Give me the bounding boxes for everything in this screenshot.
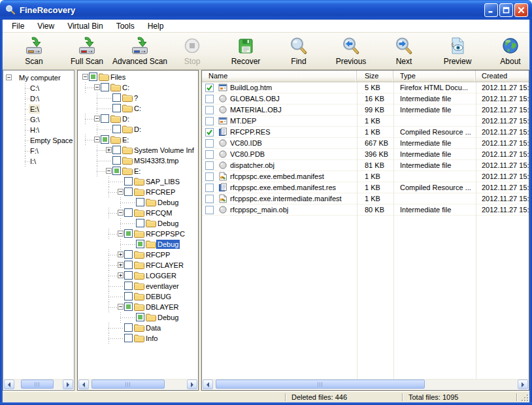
collapse-toggle[interactable]: − — [94, 137, 100, 142]
folder-checkbox[interactable] — [124, 187, 133, 196]
tree-item-label[interactable]: RFCPP — [144, 250, 171, 259]
tree-item-e[interactable]: − E: — [78, 166, 198, 176]
folder-checkbox[interactable] — [136, 313, 144, 321]
tree-item-rfcqm[interactable]: − RFCQM — [78, 208, 198, 218]
file-checkbox[interactable] — [205, 206, 214, 214]
file-checkbox[interactable] — [205, 195, 214, 203]
folder-checkbox[interactable] — [112, 156, 121, 165]
folder-checkbox[interactable] — [124, 271, 133, 280]
tree-item-label[interactable]: RFCQM — [144, 208, 173, 218]
expand-toggle[interactable]: + — [106, 147, 112, 153]
collapse-toggle[interactable]: − — [118, 210, 124, 216]
column-header-name[interactable]: Name — [202, 71, 357, 82]
folder-checkbox[interactable] — [112, 125, 121, 133]
tree-item-label[interactable]: RFCPPSPC — [144, 229, 186, 238]
tree-item-d[interactable]: − D: — [78, 114, 198, 124]
tree-item-label[interactable]: DBLAYER — [144, 302, 180, 312]
preview-button[interactable]: Preview — [429, 35, 486, 68]
file-checkbox[interactable] — [205, 84, 214, 92]
tree-item-label[interactable]: RFCREP — [144, 187, 176, 197]
scrollbar-track[interactable] — [213, 380, 518, 389]
table-row[interactable]: dispatcher.obj 81 KB Intermediate file 2… — [202, 160, 529, 171]
collapse-toggle[interactable]: − — [94, 84, 100, 90]
tree-item-msi433f3-tmp[interactable]: MSI433f3.tmp — [78, 155, 198, 166]
column-header-created[interactable]: Created — [476, 71, 529, 82]
tree-item-h[interactable]: H:\ — [3, 125, 74, 135]
scrollbar-thumb[interactable] — [21, 380, 54, 389]
horizontal-scrollbar[interactable] — [4, 379, 73, 389]
collapse-toggle[interactable]: − — [82, 74, 88, 80]
scroll-left-arrow[interactable] — [78, 380, 89, 389]
table-row[interactable]: VC80.PDB 396 KB Intermediate file 2012.1… — [202, 149, 529, 160]
folder-checkbox[interactable] — [136, 240, 144, 248]
folder-checkbox[interactable] — [124, 177, 133, 186]
tree-item-debug[interactable]: Debug — [78, 218, 198, 229]
horizontal-scrollbar[interactable] — [203, 379, 528, 389]
folder-checkbox[interactable] — [101, 83, 109, 91]
tree-item-label[interactable]: C:\ — [29, 84, 41, 93]
folder-checkbox[interactable] — [101, 114, 109, 123]
file-checkbox[interactable] — [205, 106, 214, 114]
table-row[interactable]: MT.DEP 1 KB 2012.11.27 15: — [202, 116, 529, 127]
tree-item-label[interactable]: Data — [144, 323, 162, 332]
close-button[interactable] — [514, 3, 528, 17]
tree-item-label[interactable]: Debug — [156, 198, 180, 207]
tree-item-label[interactable]: E: — [133, 167, 142, 176]
tree-item-c[interactable]: − C: — [78, 82, 198, 93]
minimize-button[interactable] — [484, 3, 498, 17]
tree-item-label[interactable]: Empty Space — [29, 136, 74, 145]
tree-item-debug[interactable]: Debug — [78, 239, 198, 250]
tree-item-label[interactable]: Info — [144, 334, 159, 343]
table-row[interactable]: BuildLog.htm 5 KB Firefox HTML Docu... 2… — [202, 82, 529, 93]
tree-item-rfcppspc[interactable]: − RFCPPSPC — [78, 229, 198, 239]
folder-checkbox[interactable] — [124, 323, 133, 332]
table-row[interactable]: VC80.IDB 667 KB Intermediate file 2012.1… — [202, 138, 529, 149]
tree-item-my-computer[interactable]: − My computer — [3, 73, 74, 83]
tree-item-label[interactable]: MSI433f3.tmp — [133, 156, 180, 165]
scrollbar-thumb[interactable] — [91, 380, 165, 389]
tree-item-item[interactable]: ? — [78, 93, 198, 103]
column-header-type[interactable]: Type — [393, 71, 476, 82]
tree-item-eventlayer[interactable]: eventlayer — [78, 281, 198, 291]
tree-item-files[interactable]: − Files — [78, 72, 198, 82]
collapse-toggle[interactable]: − — [94, 116, 100, 122]
folder-checkbox[interactable] — [136, 198, 144, 206]
folder-checkbox[interactable] — [101, 135, 109, 144]
tree-item-label[interactable]: SAP_LIBS — [144, 177, 181, 186]
tree-item-i[interactable]: I:\ — [3, 156, 74, 167]
tree-item-label[interactable]: eventlayer — [144, 282, 180, 291]
menu-item-help[interactable]: Help — [141, 20, 171, 32]
tree-item-rfcrep[interactable]: − RFCREP — [78, 187, 198, 197]
expand-toggle[interactable]: + — [118, 262, 124, 268]
tree-item-label[interactable]: C: — [121, 83, 131, 92]
tree-item-label[interactable]: G:\ — [29, 115, 41, 124]
folder-checkbox[interactable] — [124, 208, 133, 217]
tree-item-e[interactable]: − E: — [78, 135, 198, 145]
tree-item-empty-space[interactable]: Empty Space — [3, 135, 74, 146]
folder-checkbox[interactable] — [124, 250, 133, 259]
folder-checkbox[interactable] — [124, 292, 133, 300]
horizontal-scrollbar[interactable] — [78, 379, 197, 389]
tree-item-debug[interactable]: DEBUG — [78, 291, 198, 302]
next-button[interactable]: Next — [376, 35, 432, 68]
expand-toggle[interactable]: + — [118, 272, 124, 278]
file-checkbox[interactable] — [205, 95, 214, 103]
table-row[interactable]: rfcppspc.exe.embed.manifest 1 KB 2012.11… — [202, 171, 529, 182]
tree-item-c[interactable]: C: — [78, 103, 198, 114]
file-checkbox[interactable] — [205, 161, 214, 170]
tree-item-logger[interactable]: + LOGGER — [78, 270, 198, 281]
folder-checkbox[interactable] — [124, 282, 133, 290]
tree-item-d[interactable]: D: — [78, 124, 198, 135]
column-header-size[interactable]: Size — [357, 71, 393, 82]
folder-checkbox[interactable] — [112, 167, 121, 175]
folder-checkbox[interactable] — [136, 219, 144, 227]
collapse-toggle[interactable]: − — [6, 74, 12, 80]
tree-item-e[interactable]: E:\ — [3, 104, 74, 114]
tree-item-label[interactable]: DEBUG — [144, 292, 173, 301]
tree-item-info[interactable]: Info — [78, 333, 198, 344]
tree-item-label[interactable]: ? — [133, 93, 139, 103]
tree-item-label[interactable]: E:\ — [29, 105, 40, 114]
maximize-button[interactable] — [499, 3, 513, 17]
tree-item-label[interactable]: Debug — [156, 313, 180, 322]
title-bar[interactable]: FineRecovery — [0, 0, 532, 20]
